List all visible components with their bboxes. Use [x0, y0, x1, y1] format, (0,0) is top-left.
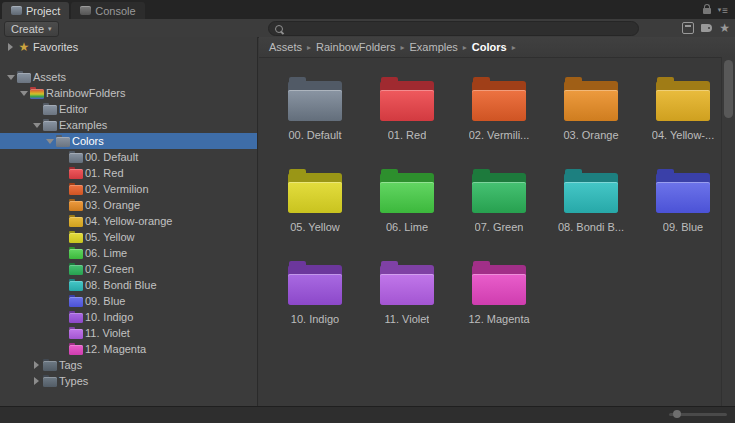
tab-bar: Project Console ▾≡: [0, 0, 735, 19]
toolbar-right-icons: ★: [682, 21, 730, 35]
breadcrumb-item-assets[interactable]: Assets: [267, 41, 304, 53]
tree-item-label: 09. Blue: [83, 295, 125, 307]
grid-item-06-lime[interactable]: 06. Lime: [361, 163, 453, 255]
foldout-arrow-icon[interactable]: [30, 373, 43, 389]
tree-item-colors[interactable]: Colors: [0, 133, 257, 149]
folder-icon: [472, 81, 526, 121]
tree-item-label: 08. Bondi Blue: [83, 279, 157, 291]
tree-item-tags[interactable]: Tags: [0, 357, 257, 373]
project-tree-panel: ★FavoritesAssetsRainbowFoldersEditorExam…: [0, 37, 258, 407]
folder-icon: [69, 217, 83, 227]
foldout-spacer: [56, 261, 69, 277]
grid-item-10-indigo[interactable]: 10. Indigo: [269, 255, 361, 347]
tree-item-09-blue[interactable]: 09. Blue: [0, 293, 257, 309]
grid-item-05-yellow[interactable]: 05. Yellow: [269, 163, 361, 255]
rainbow-folder-icon: [30, 89, 44, 99]
tree-item-label: 00. Default: [83, 151, 138, 163]
breadcrumb-item-examples[interactable]: Examples: [408, 41, 460, 53]
tree-item-label: 07. Green: [83, 263, 134, 275]
foldout-arrow-icon[interactable]: [4, 69, 17, 85]
vertical-scrollbar-thumb[interactable]: [724, 60, 733, 118]
tree-item-01-red[interactable]: 01. Red: [0, 165, 257, 181]
grid-item-label: 07. Green: [475, 221, 524, 233]
folder-icon: [380, 265, 434, 305]
foldout-arrow-icon[interactable]: [30, 357, 43, 373]
grid-item-03-orange[interactable]: 03. Orange: [545, 71, 637, 163]
filter-by-type-icon[interactable]: [682, 22, 694, 34]
tree-item-examples[interactable]: Examples: [0, 117, 257, 133]
folder-icon: [288, 81, 342, 121]
tree-item-label: Types: [57, 375, 88, 387]
tree-item-rainbowfolders[interactable]: RainbowFolders: [0, 85, 257, 101]
foldout-spacer: [56, 245, 69, 261]
breadcrumb-separator-icon: ▸: [398, 43, 408, 52]
tab-project[interactable]: Project: [2, 2, 69, 19]
search-icon: [275, 25, 283, 33]
grid-item-label: 09. Blue: [663, 221, 703, 233]
foldout-arrow-icon[interactable]: [43, 133, 56, 149]
breadcrumb-separator-icon: ▸: [460, 43, 470, 52]
folder-icon: [69, 265, 83, 275]
grid-item-label: 11. Violet: [385, 313, 430, 325]
grid-item-01-red[interactable]: 01. Red: [361, 71, 453, 163]
grid-item-00-default[interactable]: 00. Default: [269, 71, 361, 163]
breadcrumb-item-rainbowfolders[interactable]: RainbowFolders: [314, 41, 397, 53]
folder-icon: [69, 153, 83, 163]
tree-item-07-green[interactable]: 07. Green: [0, 261, 257, 277]
foldout-arrow-icon[interactable]: [4, 39, 17, 55]
tree-item-12-magenta[interactable]: 12. Magenta: [0, 341, 257, 357]
vertical-scrollbar[interactable]: [721, 57, 735, 407]
tree-item-label: 02. Vermilion: [83, 183, 149, 195]
tree-item-00-default[interactable]: 00. Default: [0, 149, 257, 165]
tree-item-types[interactable]: Types: [0, 373, 257, 389]
folder-icon: [43, 105, 57, 115]
breadcrumb: Assets▸RainbowFolders▸Examples▸Colors▸: [259, 37, 735, 58]
tree-item-favorites[interactable]: ★Favorites: [0, 39, 257, 55]
lock-icon[interactable]: [703, 8, 711, 14]
tab-console[interactable]: Console: [71, 2, 144, 19]
grid-item-09-blue[interactable]: 09. Blue: [637, 163, 722, 255]
folder-icon: [69, 249, 83, 259]
tree-item-assets[interactable]: Assets: [0, 69, 257, 85]
grid-item-04-yellow-orange[interactable]: 04. Yellow-...: [637, 71, 722, 163]
filter-by-label-icon[interactable]: [701, 24, 712, 32]
foldout-spacer: [56, 165, 69, 181]
folder-icon: [69, 185, 83, 195]
foldout-arrow-icon[interactable]: [17, 85, 30, 101]
saved-search-star-icon[interactable]: ★: [719, 21, 730, 35]
tree-item-03-orange[interactable]: 03. Orange: [0, 197, 257, 213]
grid-item-07-green[interactable]: 07. Green: [453, 163, 545, 255]
tree-item-label: Colors: [70, 135, 104, 147]
tree-item-08-bondi-blue[interactable]: 08. Bondi Blue: [0, 277, 257, 293]
tree-item-06-lime[interactable]: 06. Lime: [0, 245, 257, 261]
grid-item-label: 08. Bondi B...: [558, 221, 624, 233]
tree-item-04-yellow-orange[interactable]: 04. Yellow-orange: [0, 213, 257, 229]
foldout-arrow-icon[interactable]: [30, 117, 43, 133]
tree-item-10-indigo[interactable]: 10. Indigo: [0, 309, 257, 325]
tree-item-label: 01. Red: [83, 167, 124, 179]
create-button[interactable]: Create ▾: [4, 21, 59, 37]
foldout-spacer: [56, 309, 69, 325]
grid-item-11-violet[interactable]: 11. Violet: [361, 255, 453, 347]
tree-item-02-vermilion[interactable]: 02. Vermilion: [0, 181, 257, 197]
tree-item-editor[interactable]: Editor: [0, 101, 257, 117]
window-menu-icon[interactable]: ▾≡: [718, 0, 729, 20]
favorites-star-icon: ★: [17, 41, 31, 53]
tab-bar-right: ▾≡: [703, 0, 735, 19]
foldout-spacer: [56, 181, 69, 197]
search-box: [268, 21, 639, 36]
tree-item-11-violet[interactable]: 11. Violet: [0, 325, 257, 341]
icon-size-slider[interactable]: [669, 413, 727, 416]
search-input[interactable]: [283, 23, 632, 34]
status-bar: [0, 406, 735, 423]
grid-item-08-bondi-blue[interactable]: 08. Bondi B...: [545, 163, 637, 255]
foldout-spacer: [56, 197, 69, 213]
foldout-spacer: [56, 229, 69, 245]
icon-size-slider-knob[interactable]: [673, 410, 681, 418]
tree-item-05-yellow[interactable]: 05. Yellow: [0, 229, 257, 245]
breadcrumb-item-colors[interactable]: Colors: [470, 41, 509, 53]
folder-icon: [472, 173, 526, 213]
foldout-spacer: [30, 101, 43, 117]
grid-item-02-vermilion[interactable]: 02. Vermili...: [453, 71, 545, 163]
grid-item-12-magenta[interactable]: 12. Magenta: [453, 255, 545, 347]
